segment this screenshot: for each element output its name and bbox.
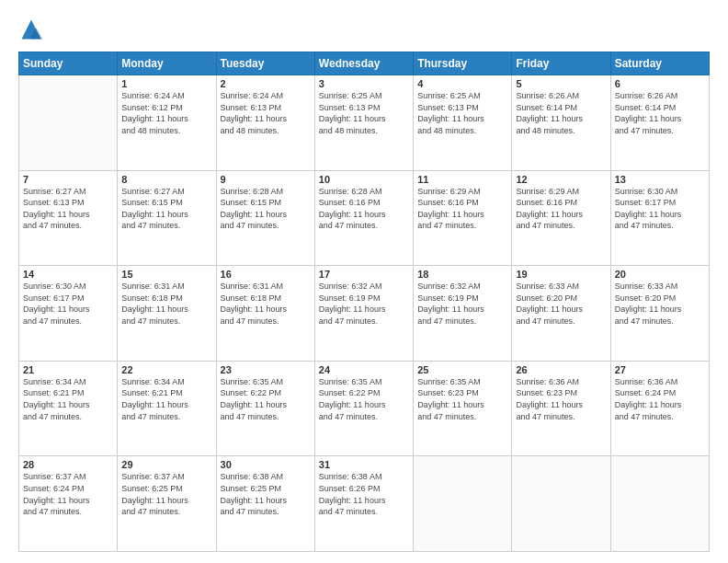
day-info: Sunrise: 6:24 AM Sunset: 6:13 PM Dayligh… <box>221 90 311 136</box>
calendar-body: 1Sunrise: 6:24 AM Sunset: 6:12 PM Daylig… <box>19 75 710 552</box>
day-info: Sunrise: 6:27 AM Sunset: 6:13 PM Dayligh… <box>23 186 113 232</box>
day-number: 5 <box>516 78 606 89</box>
day-number: 8 <box>121 174 211 185</box>
week-row-2: 14Sunrise: 6:30 AM Sunset: 6:17 PM Dayli… <box>19 266 710 362</box>
day-info: Sunrise: 6:27 AM Sunset: 6:15 PM Dayligh… <box>121 186 211 232</box>
calendar-cell: 4Sunrise: 6:25 AM Sunset: 6:13 PM Daylig… <box>414 75 512 171</box>
calendar-cell <box>414 456 512 552</box>
week-row-0: 1Sunrise: 6:24 AM Sunset: 6:12 PM Daylig… <box>19 75 710 171</box>
calendar-cell: 12Sunrise: 6:29 AM Sunset: 6:16 PM Dayli… <box>512 170 610 266</box>
calendar-cell: 23Sunrise: 6:35 AM Sunset: 6:22 PM Dayli… <box>216 361 314 456</box>
header-row: SundayMondayTuesdayWednesdayThursdayFrid… <box>19 52 710 75</box>
calendar-cell: 31Sunrise: 6:38 AM Sunset: 6:26 PM Dayli… <box>314 456 413 552</box>
day-number: 9 <box>221 174 311 185</box>
day-number: 15 <box>121 269 211 280</box>
day-number: 27 <box>615 364 705 375</box>
day-number: 31 <box>319 459 409 470</box>
day-info: Sunrise: 6:26 AM Sunset: 6:14 PM Dayligh… <box>615 90 705 136</box>
day-info: Sunrise: 6:33 AM Sunset: 6:20 PM Dayligh… <box>516 281 606 327</box>
calendar-cell: 10Sunrise: 6:28 AM Sunset: 6:16 PM Dayli… <box>314 170 413 266</box>
day-number: 3 <box>319 78 409 89</box>
day-number: 6 <box>615 78 705 89</box>
day-number: 21 <box>23 364 113 375</box>
day-number: 16 <box>221 269 311 280</box>
day-number: 7 <box>23 174 113 185</box>
header-day-monday: Monday <box>118 52 216 75</box>
day-info: Sunrise: 6:28 AM Sunset: 6:16 PM Dayligh… <box>319 186 409 232</box>
day-info: Sunrise: 6:38 AM Sunset: 6:26 PM Dayligh… <box>319 471 409 517</box>
day-number: 12 <box>516 174 606 185</box>
day-info: Sunrise: 6:35 AM Sunset: 6:22 PM Dayligh… <box>221 376 311 422</box>
week-row-3: 21Sunrise: 6:34 AM Sunset: 6:21 PM Dayli… <box>19 361 710 456</box>
calendar-cell <box>610 456 709 552</box>
calendar-cell: 24Sunrise: 6:35 AM Sunset: 6:22 PM Dayli… <box>314 361 413 456</box>
header-day-thursday: Thursday <box>414 52 512 75</box>
calendar-cell: 19Sunrise: 6:33 AM Sunset: 6:20 PM Dayli… <box>512 266 610 362</box>
calendar-cell: 13Sunrise: 6:30 AM Sunset: 6:17 PM Dayli… <box>610 170 709 266</box>
calendar-cell: 9Sunrise: 6:28 AM Sunset: 6:15 PM Daylig… <box>216 170 314 266</box>
calendar-cell: 30Sunrise: 6:38 AM Sunset: 6:25 PM Dayli… <box>216 456 314 552</box>
day-info: Sunrise: 6:35 AM Sunset: 6:22 PM Dayligh… <box>319 376 409 422</box>
day-number: 13 <box>615 174 705 185</box>
calendar-cell: 15Sunrise: 6:31 AM Sunset: 6:18 PM Dayli… <box>118 266 216 362</box>
day-info: Sunrise: 6:30 AM Sunset: 6:17 PM Dayligh… <box>615 186 705 232</box>
day-info: Sunrise: 6:29 AM Sunset: 6:16 PM Dayligh… <box>516 186 606 232</box>
calendar-table: SundayMondayTuesdayWednesdayThursdayFrid… <box>18 52 710 552</box>
day-info: Sunrise: 6:35 AM Sunset: 6:23 PM Dayligh… <box>417 376 507 422</box>
header-day-sunday: Sunday <box>19 52 118 75</box>
header <box>18 17 710 42</box>
day-number: 10 <box>319 174 409 185</box>
day-info: Sunrise: 6:38 AM Sunset: 6:25 PM Dayligh… <box>221 471 311 517</box>
week-row-1: 7Sunrise: 6:27 AM Sunset: 6:13 PM Daylig… <box>19 170 710 266</box>
day-number: 2 <box>221 78 311 89</box>
calendar-cell: 22Sunrise: 6:34 AM Sunset: 6:21 PM Dayli… <box>118 361 216 456</box>
calendar-cell: 3Sunrise: 6:25 AM Sunset: 6:13 PM Daylig… <box>314 75 413 171</box>
calendar-cell <box>512 456 610 552</box>
calendar-cell: 8Sunrise: 6:27 AM Sunset: 6:15 PM Daylig… <box>118 170 216 266</box>
day-number: 11 <box>417 174 507 185</box>
header-day-wednesday: Wednesday <box>314 52 413 75</box>
day-number: 14 <box>23 269 113 280</box>
calendar-cell: 2Sunrise: 6:24 AM Sunset: 6:13 PM Daylig… <box>216 75 314 171</box>
day-info: Sunrise: 6:24 AM Sunset: 6:12 PM Dayligh… <box>121 90 211 136</box>
day-info: Sunrise: 6:25 AM Sunset: 6:13 PM Dayligh… <box>417 90 507 136</box>
day-info: Sunrise: 6:30 AM Sunset: 6:17 PM Dayligh… <box>23 281 113 327</box>
logo-icon <box>18 17 44 42</box>
week-row-4: 28Sunrise: 6:37 AM Sunset: 6:24 PM Dayli… <box>19 456 710 552</box>
day-info: Sunrise: 6:26 AM Sunset: 6:14 PM Dayligh… <box>516 90 606 136</box>
day-number: 4 <box>417 78 507 89</box>
day-number: 18 <box>417 269 507 280</box>
day-number: 28 <box>23 459 113 470</box>
calendar-cell: 1Sunrise: 6:24 AM Sunset: 6:12 PM Daylig… <box>118 75 216 171</box>
day-number: 20 <box>615 269 705 280</box>
calendar-cell: 29Sunrise: 6:37 AM Sunset: 6:25 PM Dayli… <box>118 456 216 552</box>
logo <box>18 17 48 42</box>
day-number: 30 <box>221 459 311 470</box>
header-day-friday: Friday <box>512 52 610 75</box>
day-number: 24 <box>319 364 409 375</box>
day-info: Sunrise: 6:32 AM Sunset: 6:19 PM Dayligh… <box>417 281 507 327</box>
calendar-cell: 25Sunrise: 6:35 AM Sunset: 6:23 PM Dayli… <box>414 361 512 456</box>
calendar-cell: 6Sunrise: 6:26 AM Sunset: 6:14 PM Daylig… <box>610 75 709 171</box>
day-info: Sunrise: 6:28 AM Sunset: 6:15 PM Dayligh… <box>221 186 311 232</box>
calendar-cell: 16Sunrise: 6:31 AM Sunset: 6:18 PM Dayli… <box>216 266 314 362</box>
calendar-cell <box>19 75 118 171</box>
calendar-cell: 28Sunrise: 6:37 AM Sunset: 6:24 PM Dayli… <box>19 456 118 552</box>
day-info: Sunrise: 6:25 AM Sunset: 6:13 PM Dayligh… <box>319 90 409 136</box>
day-info: Sunrise: 6:37 AM Sunset: 6:24 PM Dayligh… <box>23 471 113 517</box>
calendar-cell: 21Sunrise: 6:34 AM Sunset: 6:21 PM Dayli… <box>19 361 118 456</box>
calendar-cell: 17Sunrise: 6:32 AM Sunset: 6:19 PM Dayli… <box>314 266 413 362</box>
calendar-cell: 27Sunrise: 6:36 AM Sunset: 6:24 PM Dayli… <box>610 361 709 456</box>
day-info: Sunrise: 6:31 AM Sunset: 6:18 PM Dayligh… <box>121 281 211 327</box>
header-day-tuesday: Tuesday <box>216 52 314 75</box>
header-day-saturday: Saturday <box>610 52 709 75</box>
day-info: Sunrise: 6:32 AM Sunset: 6:19 PM Dayligh… <box>319 281 409 327</box>
day-info: Sunrise: 6:36 AM Sunset: 6:24 PM Dayligh… <box>615 376 705 422</box>
calendar-header: SundayMondayTuesdayWednesdayThursdayFrid… <box>19 52 710 75</box>
day-info: Sunrise: 6:29 AM Sunset: 6:16 PM Dayligh… <box>417 186 507 232</box>
calendar-cell: 11Sunrise: 6:29 AM Sunset: 6:16 PM Dayli… <box>414 170 512 266</box>
day-number: 17 <box>319 269 409 280</box>
page: SundayMondayTuesdayWednesdayThursdayFrid… <box>0 0 728 563</box>
day-info: Sunrise: 6:34 AM Sunset: 6:21 PM Dayligh… <box>23 376 113 422</box>
day-info: Sunrise: 6:37 AM Sunset: 6:25 PM Dayligh… <box>121 471 211 517</box>
